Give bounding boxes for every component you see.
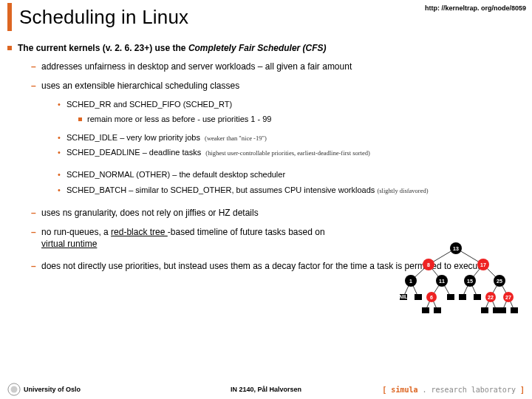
svg-rect-45 [422, 307, 429, 313]
sched-deadline: SCHED_DEADLINE – deadline tasks (highest… [58, 147, 525, 157]
svg-rect-41 [415, 294, 422, 300]
svg-text:1: 1 [409, 279, 412, 284]
virtual-runtime: virtual runtime [41, 239, 97, 249]
footer-simula: [ simula . research laboratory ] [382, 386, 525, 394]
svg-text:11: 11 [439, 279, 445, 284]
svg-text:15: 15 [467, 279, 473, 284]
footer-uio-text: University of Oslo [24, 386, 81, 393]
sched-idle: SCHED_IDLE – very low priority jobs (wea… [58, 132, 525, 143]
sched-batch-text: SCHED_BATCH – similar to SCHED_OTHER, bu… [66, 185, 375, 194]
svg-rect-43 [459, 294, 466, 300]
svg-text:25: 25 [497, 279, 502, 284]
sub-fairness: addresses unfairness in desktop and serv… [31, 61, 525, 72]
footer: University of Oslo IN 2140, Pål Halvorse… [0, 380, 532, 399]
rbtree-mid: -based timeline of future tasks based on [168, 227, 325, 237]
svg-text:6: 6 [430, 295, 433, 300]
rbtree-diagram: 13 1 11 15 25 8 17 6 22 27 NIL [393, 239, 519, 321]
sched-deadline-text: SCHED_DEADLINE – deadline tasks [66, 148, 201, 157]
sched-idle-text: SCHED_IDLE – very low priority jobs [66, 133, 200, 142]
sched-batch-note: (slightly disfavored) [377, 187, 428, 194]
rbtree-link: red-black tree [111, 227, 168, 237]
svg-rect-50 [511, 307, 518, 313]
sched-deadline-note: (highest user-controllable priorities, e… [205, 149, 369, 157]
svg-rect-42 [447, 294, 454, 300]
sched-rr-fifo: SCHED_RR and SCHED_FIFO (SCHED_RT) [58, 99, 525, 109]
svg-text:17: 17 [480, 262, 486, 267]
source-url: http: //kerneltrap. org/node/8059 [425, 4, 526, 12]
svg-rect-49 [499, 307, 506, 313]
rbtree-pre: no run-queues, a [41, 227, 111, 237]
sub-classes: uses an extensible hierarchical scheduli… [31, 80, 525, 92]
svg-rect-47 [481, 307, 488, 313]
bullet-main-emph: Completely Fair Scheduler (CFS) [188, 43, 327, 53]
footer-uio: University of Oslo [7, 383, 81, 396]
slide-title: Scheduling in Linux [19, 6, 188, 29]
bullet-main-prefix: The current kernels (v. 2. 6. 23+) use t… [18, 43, 188, 53]
title-accent [7, 3, 12, 31]
sched-rr-detail: remain more or less as before - use prio… [78, 115, 525, 123]
uio-seal-icon [7, 383, 21, 396]
footer-course: IN 2140, Pål Halvorsen [231, 386, 301, 393]
bullet-main: The current kernels (v. 2. 6. 23+) use t… [7, 43, 525, 53]
content-area: The current kernels (v. 2. 6. 23+) use t… [0, 35, 532, 273]
svg-text:13: 13 [453, 246, 459, 251]
sched-batch: SCHED_BATCH – similar to SCHED_OTHER, bu… [58, 185, 525, 195]
svg-text:22: 22 [488, 295, 494, 300]
sched-idle-note: (weaker than "nice -19") [205, 134, 267, 142]
sched-normal: SCHED_NORMAL (OTHER) – the default deskt… [58, 169, 525, 180]
svg-rect-44 [474, 294, 481, 300]
svg-text:8: 8 [427, 262, 430, 267]
svg-text:27: 27 [505, 295, 511, 300]
sub-granularity: uses ns granularity, does not rely on ji… [31, 207, 525, 219]
svg-text:NIL: NIL [399, 294, 408, 299]
svg-rect-46 [434, 307, 441, 313]
svg-point-53 [11, 386, 18, 393]
